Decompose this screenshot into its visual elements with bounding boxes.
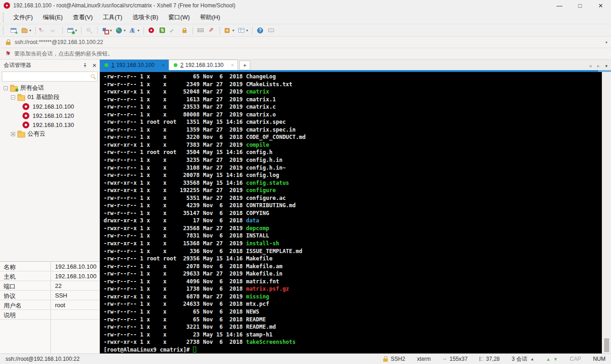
color-scheme-button[interactable]: ▾ (100, 26, 113, 35)
xftp-button[interactable]: ⇅ (158, 26, 168, 35)
menu-file[interactable]: 文件(F) (8, 11, 38, 23)
find-button[interactable] (84, 26, 94, 35)
tab-list-dropdown-icon[interactable]: ▼ (605, 64, 608, 68)
virtual-keyboard-button[interactable] (196, 26, 206, 35)
menu-tabs[interactable]: 选项卡(B) (127, 11, 163, 23)
menu-help[interactable]: 帮助(H) (195, 11, 225, 23)
terminal-line: -rw-r--r-- 1 x x 1359 Mar 27 2019 cmatri… (104, 126, 602, 134)
tab-scroll-right-icon[interactable]: ► (596, 64, 600, 68)
fullscreen-button[interactable]: ↕ (169, 26, 179, 35)
toolbar-grip2 (3, 26, 5, 34)
folder-icon (17, 131, 25, 137)
terminal-line: -rw-r--r-- 1 x x 65 Nov 6 2018 ChangeLog (104, 73, 602, 81)
new-transfer-button[interactable]: +▾ (223, 26, 236, 35)
feedback-button[interactable] (266, 26, 276, 35)
new-tab-button[interactable]: + (239, 61, 250, 70)
file-name: config.log (246, 172, 279, 178)
collapse-icon[interactable]: - (4, 86, 8, 90)
address-bar[interactable]: ssh://root:******@192.168.10.100:22 ▾ (0, 36, 611, 48)
maximize-button[interactable]: □ (570, 0, 590, 11)
menu-view[interactable]: 查看(V) (68, 11, 98, 23)
color-scheme-icon (102, 27, 109, 34)
menu-tools[interactable]: 工具(T) (98, 11, 127, 23)
terminal-output[interactable]: -rw-r--r-- 1 x x 65 Nov 6 2018 ChangeLog… (100, 72, 602, 353)
terminal-cursor (193, 347, 196, 353)
pin-icon[interactable] (83, 63, 88, 68)
toolbar-separator (193, 27, 193, 34)
property-row-port: 端口 22 (0, 281, 99, 291)
disconnect-button[interactable]: ∞ (39, 26, 49, 35)
scroll-down-icon[interactable]: ▼ (553, 357, 558, 362)
panel-close-icon[interactable]: ✕ (92, 62, 97, 69)
font-button[interactable]: A▾ (128, 26, 141, 35)
file-name: CONTRIBUTING.md (246, 202, 296, 209)
session-properties-button[interactable]: ✱▾ (66, 26, 78, 35)
file-name: Makefile (246, 255, 273, 262)
minimize-button[interactable]: — (549, 0, 570, 11)
highlight-pen-button[interactable]: ✎ (207, 26, 217, 35)
lock-screen-button[interactable] (180, 26, 190, 35)
collapse-icon[interactable]: - (11, 95, 15, 99)
caps-lock-indicator: CAP (570, 356, 581, 362)
session-search-input[interactable] (2, 72, 97, 81)
terminal-line: -rwxr-xr-x 1 x x 23568 Mar 27 2019 depco… (104, 225, 602, 232)
terminal-line: -rw-r--r-- 1 x x 7831 Nov 6 2018 INSTALL (104, 232, 602, 240)
open-session-button[interactable]: ▾ (20, 26, 33, 35)
terminal-scrollbar[interactable] (602, 72, 611, 353)
xshell-button[interactable] (147, 26, 157, 35)
tab-session-100[interactable]: 1 192.168.10.100 × (100, 60, 169, 70)
title-bar: 192.168.10.100 - root@AlmaLinux9:/usr/lo… (0, 0, 611, 11)
terminal-line: -rwxr-xr-x 1 x x 2738 Nov 6 2018 takeScr… (104, 338, 602, 346)
expand-icon[interactable]: + (11, 132, 15, 136)
split-view-button[interactable]: ▾ (237, 26, 249, 35)
property-value: SSH (50, 291, 99, 300)
new-session-button[interactable]: + (9, 26, 19, 35)
toolbar-separator (35, 27, 36, 34)
help-button[interactable]: ? (255, 26, 265, 35)
status-terminal-type: xterm (417, 356, 431, 362)
tab-close-icon[interactable]: × (231, 62, 234, 68)
session-manager-header: 会话管理器 ✕ (0, 60, 99, 71)
scroll-buttons[interactable]: ▲▼ (546, 357, 558, 362)
property-value: 192.168.10.100 (50, 271, 99, 281)
sessions-dropdown-icon[interactable]: ▲ (530, 357, 534, 361)
session-properties-icon: ✱ (67, 27, 74, 34)
scrollbar-thumb[interactable] (604, 338, 609, 352)
flag-icon (6, 51, 11, 57)
toolbar-separator (252, 27, 253, 34)
xshell-app-icon (4, 2, 10, 9)
property-row-description: 说明 (0, 310, 99, 320)
tree-node-session-120[interactable]: 192.168.10.120 (0, 111, 99, 120)
terminal-line: -rw-r--r-- 1 x x 20078 May 15 14:16 conf… (104, 171, 602, 179)
tree-node-all-sessions[interactable]: - ✱ 所有会话 (0, 83, 99, 93)
new-transfer-icon: + (224, 27, 231, 34)
close-button[interactable]: ✕ (590, 0, 611, 11)
status-session-count[interactable]: 3 会话▲ (512, 355, 534, 363)
menu-edit[interactable]: 编辑(E) (38, 11, 68, 23)
status-protocol: SSH2 (383, 356, 405, 362)
num-lock-indicator: NUM (593, 356, 605, 362)
file-name: configure (246, 187, 276, 193)
property-row-username: 用户名 root (0, 300, 99, 310)
menu-window[interactable]: 窗口(W) (163, 11, 195, 23)
tab-session-130[interactable]: 2 192.168.10.130 × (169, 60, 238, 70)
terminal-line: -rw-r--r-- 1 x x 3220 Nov 6 2018 CODE_OF… (104, 133, 602, 141)
file-name: configure.ac (246, 195, 286, 201)
address-dropdown-icon[interactable]: ▾ (605, 40, 607, 44)
session-search-box[interactable] (2, 72, 98, 82)
tab-scroll-left-icon[interactable]: ◄ (588, 64, 592, 68)
reconnect-button[interactable]: ∞ (50, 26, 60, 35)
file-name: cmatrix.1 (246, 96, 276, 103)
tree-node-session-130[interactable]: 192.168.10.130 (0, 120, 99, 129)
tree-node-session-100[interactable]: 192.168.10.100 (0, 102, 99, 111)
tree-node-folder-basic[interactable]: - 01 基础阶段 (0, 93, 99, 102)
locale-button[interactable]: ▾ (114, 26, 127, 35)
terminal-line: -rw-r--r-- 1 x x 65 Nov 6 2018 README (104, 316, 602, 324)
scroll-up-icon[interactable]: ▲ (546, 357, 550, 362)
file-name: takeScreenshots (246, 339, 296, 345)
shell-prompt: [root@AlmaLinux9 cmatrix]# (104, 346, 602, 353)
tab-close-icon[interactable]: × (162, 62, 165, 68)
tree-node-folder-cloud[interactable]: + 公有云 (0, 129, 99, 138)
terminal-line: -rwxr-xr-x 1 x x 192255 Mar 27 2019 conf… (104, 187, 602, 194)
file-name: depcomp (246, 225, 270, 232)
